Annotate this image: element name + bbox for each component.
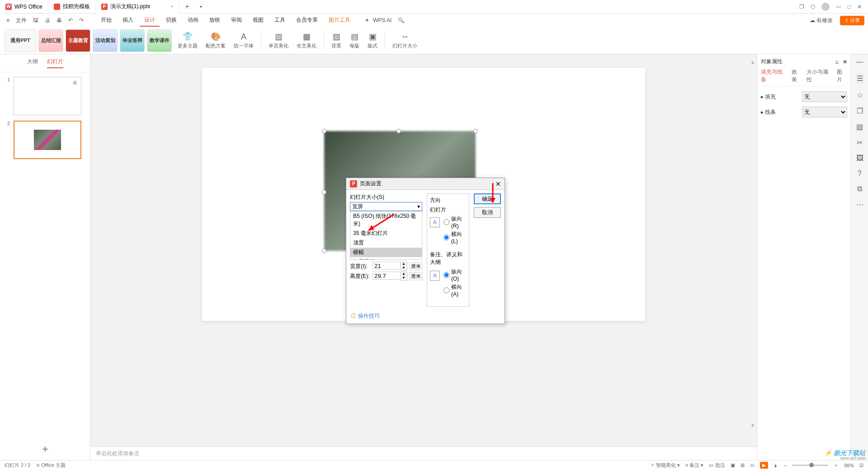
print-icon[interactable]: 🖨 <box>42 15 53 25</box>
close-icon[interactable]: ✕ <box>857 4 862 10</box>
height-unit[interactable]: 厘米 <box>410 272 422 280</box>
crop-icon[interactable]: ✂ <box>857 138 863 147</box>
slideshow-icon[interactable]: ▶ <box>760 462 768 469</box>
width-down[interactable]: ▼ <box>401 266 407 270</box>
tab-effect[interactable]: 效果 <box>792 68 802 84</box>
notes-area[interactable]: 单击此处添加备注 <box>90 446 757 460</box>
more-themes-button[interactable]: 👕更多主题 <box>174 30 201 51</box>
tab-dropdown[interactable]: ▾ <box>195 4 207 9</box>
comments-toggle[interactable]: ▭ 批注 <box>709 462 725 469</box>
opt-b5[interactable]: B5 (ISO) 纸张(176x250 毫米) <box>350 212 422 229</box>
tab-animation[interactable]: 动画 <box>183 14 203 27</box>
thumbnail-2[interactable]: 2 <box>5 121 85 159</box>
reading-view-icon[interactable]: ▭ <box>750 462 755 468</box>
link-chain-icon[interactable]: ⧉ <box>857 185 862 193</box>
cube-icon[interactable]: ⬡ <box>811 4 815 10</box>
background-button[interactable]: ▨背景 <box>328 30 345 51</box>
normal-view-icon[interactable]: ▣ <box>731 462 735 468</box>
master-button[interactable]: ▤母版 <box>346 30 363 51</box>
opt-banner[interactable]: 横幅 <box>350 248 422 257</box>
app-tab-wps[interactable]: WWPS Office <box>0 0 48 14</box>
avatar-icon[interactable] <box>821 3 830 11</box>
file-menu[interactable]: 文件 <box>13 15 29 26</box>
new-tab-button[interactable]: ＋ <box>179 2 195 11</box>
tab-tools[interactable]: 工具 <box>270 14 290 27</box>
collapse-icon[interactable]: — <box>856 58 863 66</box>
color-scheme-button[interactable]: 🎨配色方案 <box>202 30 229 51</box>
search-icon[interactable]: 🔍 <box>395 15 407 25</box>
minimize-icon[interactable]: — <box>836 4 841 10</box>
help-icon[interactable]: ? <box>858 169 862 178</box>
tab-size-prop[interactable]: 大小与属性 <box>807 68 833 84</box>
settings-slider-icon[interactable]: ☰ <box>856 73 864 84</box>
tab-fill-line[interactable]: 填充与线条 <box>761 68 787 84</box>
radio-landscape-l[interactable] <box>443 235 449 240</box>
template-activity[interactable]: 活动策划 <box>93 29 118 52</box>
maximize-icon[interactable]: □ <box>848 4 851 10</box>
undo-icon[interactable]: ↶ <box>66 15 75 25</box>
size-listbox[interactable]: B5 (ISO) 纸张(176x250 毫米) 35 毫米幻灯片 顶置 横幅 全… <box>350 211 422 260</box>
tips-link[interactable]: 操作技巧 <box>358 313 380 319</box>
tab-insert[interactable]: 插入 <box>118 14 138 27</box>
tab-start[interactable]: 开始 <box>96 14 116 27</box>
unify-font-button[interactable]: A统一字体 <box>230 30 257 51</box>
more-icon[interactable]: ⋯ <box>856 200 863 209</box>
layout-button[interactable]: ▣版式 <box>364 30 381 51</box>
size-combo[interactable]: 宽屏▾ <box>350 202 422 211</box>
tab-picture-tools[interactable]: 图片工具 <box>324 14 355 27</box>
dialog-close-icon[interactable]: ✕ <box>495 180 501 188</box>
share-button[interactable]: ⇪ 分享 <box>840 16 864 25</box>
slide-size-button[interactable]: ↔幻灯片大小 <box>389 30 421 51</box>
app-tab-document[interactable]: P演示文稿(1).pptx• <box>96 0 179 14</box>
line-select[interactable]: 无 <box>802 107 847 118</box>
star-icon[interactable]: ☆ <box>857 91 863 99</box>
cloud-icon[interactable]: ☁ 有修改 <box>807 15 835 26</box>
hamburger-icon[interactable]: ≡ <box>4 15 12 25</box>
add-slide-button[interactable]: ＋ <box>0 437 90 460</box>
dialog-titlebar[interactable]: P 页面设置 ✕ <box>346 178 505 190</box>
tab-picture[interactable]: 图片 <box>837 68 847 84</box>
thumbnail-1[interactable]: 1 ▦ <box>5 77 85 115</box>
radio-landscape-a[interactable] <box>443 287 449 293</box>
outline-tab[interactable]: 大纲 <box>27 58 38 68</box>
app-tab-daoke[interactable]: 找稻壳模板 <box>48 0 96 14</box>
notes-toggle[interactable]: ≡ 备注 ▾ <box>685 462 704 469</box>
single-page-beautify[interactable]: ▥单页美化 <box>265 30 292 51</box>
template-summary[interactable]: 总结汇报 <box>38 29 63 52</box>
opt-35mm[interactable]: 35 毫米幻灯片 <box>350 229 422 238</box>
slides-tab[interactable]: 幻灯片 <box>47 58 63 68</box>
play-settings-icon[interactable]: ⏵ <box>774 463 778 468</box>
ok-button[interactable]: 确定 <box>474 193 501 204</box>
zoom-slider[interactable] <box>792 465 828 466</box>
zoom-in-icon[interactable]: ＋ <box>834 462 839 469</box>
sorter-view-icon[interactable]: ⊞ <box>741 462 745 468</box>
height-input[interactable] <box>373 272 401 280</box>
redo-icon[interactable]: ↷ <box>76 15 86 25</box>
cancel-button[interactable]: 取消 <box>474 207 501 218</box>
radio-portrait-o[interactable] <box>443 272 449 278</box>
save-icon[interactable]: 🖫 <box>30 15 41 25</box>
height-down[interactable]: ▼ <box>401 276 407 280</box>
tab-slideshow[interactable]: 放映 <box>205 14 225 27</box>
print-preview-icon[interactable]: 🖶 <box>54 15 65 25</box>
layers-icon[interactable]: ❐ <box>857 107 863 115</box>
pin-icon[interactable]: ⟀ <box>836 59 839 65</box>
zoom-out-icon[interactable]: − <box>784 463 787 468</box>
tab-design[interactable]: 设计 <box>140 14 160 27</box>
radio-portrait-r[interactable] <box>443 219 449 225</box>
panel-close-icon[interactable]: ✕ <box>843 59 847 65</box>
fit-window-icon[interactable]: ⊡ <box>859 462 863 468</box>
image-tool-icon[interactable]: 🖼 <box>856 154 863 162</box>
full-text-beautify[interactable]: ▦全文美化 <box>293 30 320 51</box>
template-graduation[interactable]: 毕业答辩 <box>120 29 145 52</box>
zoom-level[interactable]: 98% <box>844 463 854 468</box>
wps-ai-button[interactable]: WPS AI <box>370 15 394 25</box>
shape-icon[interactable]: ▧ <box>856 122 863 131</box>
width-unit[interactable]: 厘米 <box>410 262 422 270</box>
fill-select[interactable]: 无 <box>802 91 847 102</box>
tab-transition[interactable]: 切换 <box>161 14 181 27</box>
opt-overhead[interactable]: 顶置 <box>350 238 422 248</box>
template-teaching[interactable]: 教学课件 <box>147 29 172 52</box>
smart-beautify-button[interactable]: ✧ 智能美化 ▾ <box>651 462 680 469</box>
restore-window-icon[interactable]: ❐ <box>799 4 804 10</box>
